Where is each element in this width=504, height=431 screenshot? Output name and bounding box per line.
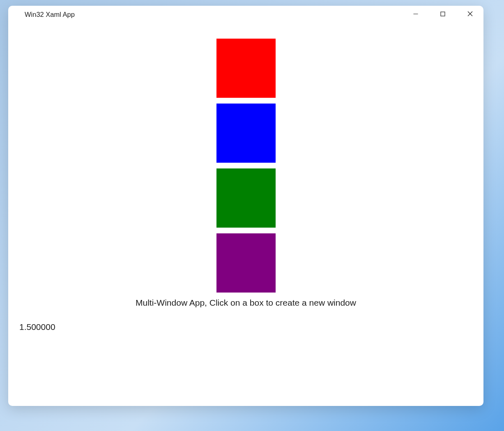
- color-box-green[interactable]: [216, 168, 276, 228]
- color-box-purple[interactable]: [216, 233, 276, 293]
- titlebar[interactable]: Win32 Xaml App: [8, 6, 483, 23]
- scale-value: 1.500000: [19, 322, 55, 332]
- window-controls: [402, 6, 483, 23]
- color-box-blue[interactable]: [216, 104, 276, 163]
- window-title: Win32 Xaml App: [25, 11, 75, 18]
- app-window: Win32 Xaml App: [8, 6, 483, 406]
- client-area: Multi-Window App, Click on a box to crea…: [8, 23, 483, 406]
- maximize-icon: [440, 11, 445, 18]
- close-button[interactable]: [456, 6, 483, 23]
- color-box-stack: [216, 39, 276, 293]
- svg-rect-1: [441, 12, 445, 16]
- minimize-button[interactable]: [402, 6, 429, 23]
- maximize-button[interactable]: [429, 6, 456, 23]
- minimize-icon: [413, 11, 418, 18]
- close-icon: [467, 11, 473, 18]
- color-box-red[interactable]: [216, 39, 276, 98]
- instruction-text: Multi-Window App, Click on a box to crea…: [136, 298, 356, 308]
